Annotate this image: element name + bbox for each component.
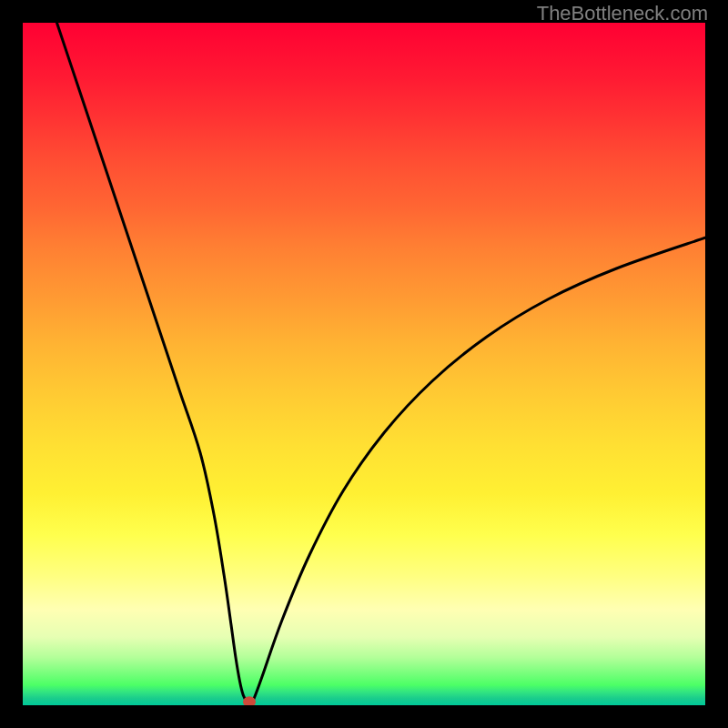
bottleneck-curve [57,23,706,704]
watermark-text: TheBottleneck.com [537,2,708,25]
curve-svg [23,23,705,705]
chart-frame: TheBottleneck.com [0,0,728,728]
plot-area [23,23,705,705]
